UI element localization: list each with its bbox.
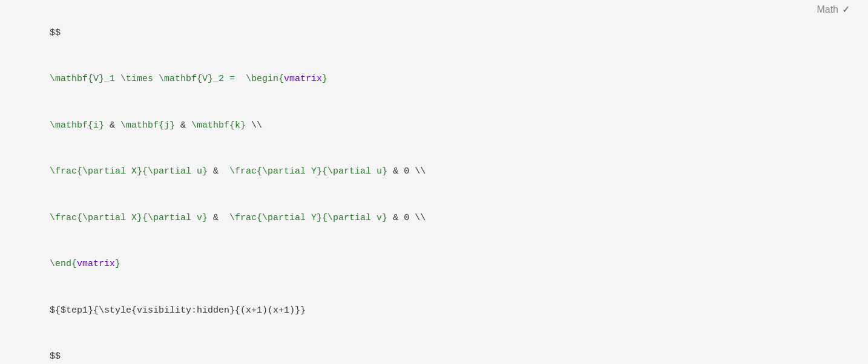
code-line-5: \frac{\partial X}{\partial v} & \frac{\p… xyxy=(17,195,851,241)
code-line-2: \mathbf{V}_1 \times \mathbf{V}_2 = \begi… xyxy=(17,56,851,103)
math-label: Math xyxy=(817,4,838,15)
code-line-1: $$ xyxy=(17,10,851,56)
check-icon: ✓ xyxy=(842,4,850,15)
code-line-7: ${$tep1}{\style{visibility:hidden}{(x+1)… xyxy=(17,287,851,334)
code-line-3: \mathbf{i} & \mathbf{j} & \mathbf{k} \\ xyxy=(17,102,851,149)
code-line-6: \end{vmatrix} xyxy=(17,241,851,288)
math-button-area[interactable]: Math ✓ xyxy=(817,4,850,15)
code-line-4: \frac{\partial X}{\partial u} & \frac{\p… xyxy=(17,149,851,195)
main-container: Math ✓ $$ \mathbf{V}_1 \times \mathbf{V}… xyxy=(0,0,868,364)
code-editor[interactable]: $$ \mathbf{V}_1 \times \mathbf{V}_2 = \b… xyxy=(0,0,868,364)
code-line-8: $$ xyxy=(17,334,851,365)
